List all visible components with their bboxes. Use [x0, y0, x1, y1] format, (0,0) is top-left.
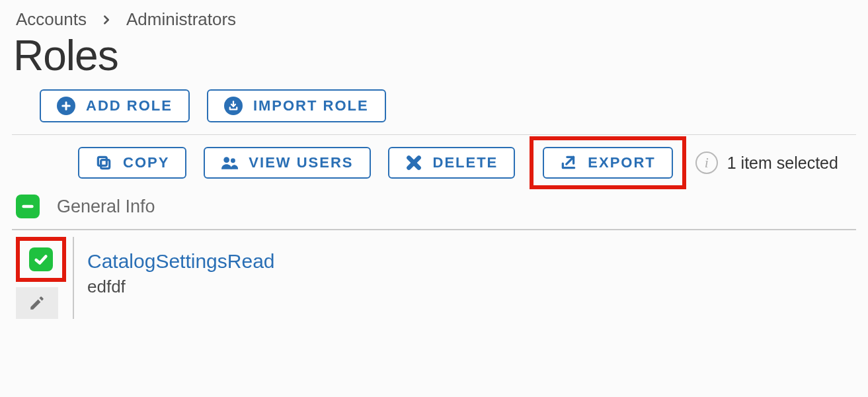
export-label: EXPORT [588, 154, 655, 171]
delete-label: DELETE [433, 154, 498, 171]
add-role-button[interactable]: ADD ROLE [40, 89, 190, 122]
table-header: General Info [12, 195, 856, 230]
view-users-label: VIEW USERS [249, 154, 353, 171]
export-icon [560, 154, 577, 171]
breadcrumb-current: Administrators [126, 9, 236, 30]
import-circle-icon [224, 97, 243, 115]
delete-x-icon [405, 154, 422, 171]
primary-toolbar: ADD ROLE IMPORT ROLE [12, 89, 856, 135]
breadcrumb-accounts-link[interactable]: Accounts [16, 9, 87, 30]
role-name-link[interactable]: CatalogSettingsRead [87, 250, 275, 272]
users-icon [221, 154, 238, 171]
svg-point-5 [231, 158, 235, 163]
export-button[interactable]: EXPORT [543, 147, 672, 179]
export-highlight: EXPORT [530, 136, 686, 189]
view-users-button[interactable]: VIEW USERS [204, 147, 370, 179]
svg-rect-3 [98, 157, 106, 165]
edit-row-button[interactable] [16, 287, 58, 319]
breadcrumb: Accounts Administrators [16, 9, 856, 30]
copy-icon [95, 154, 112, 171]
plus-circle-icon [57, 97, 75, 115]
copy-label: COPY [123, 154, 169, 171]
select-all-checkbox[interactable] [16, 195, 40, 218]
delete-button[interactable]: DELETE [388, 147, 516, 179]
chevron-right-icon [101, 15, 112, 25]
copy-button[interactable]: COPY [78, 147, 186, 179]
row-check-highlight [16, 237, 66, 282]
info-icon[interactable]: i [695, 152, 718, 174]
role-description: edfdf [87, 277, 856, 297]
table-row: CatalogSettingsRead edfdf [12, 237, 856, 319]
row-checkbox[interactable] [29, 247, 53, 271]
import-role-label: IMPORT ROLE [253, 97, 369, 114]
selected-count-text: 1 item selected [727, 154, 838, 173]
svg-rect-2 [101, 160, 110, 169]
column-general-info[interactable]: General Info [57, 197, 155, 217]
page-title: Roles [13, 31, 856, 80]
svg-point-4 [224, 157, 230, 163]
add-role-label: ADD ROLE [86, 97, 173, 114]
import-role-button[interactable]: IMPORT ROLE [207, 89, 386, 122]
pencil-icon [28, 294, 46, 312]
selection-toolbar: COPY VIEW USERS DELETE EXPORT [12, 147, 686, 179]
